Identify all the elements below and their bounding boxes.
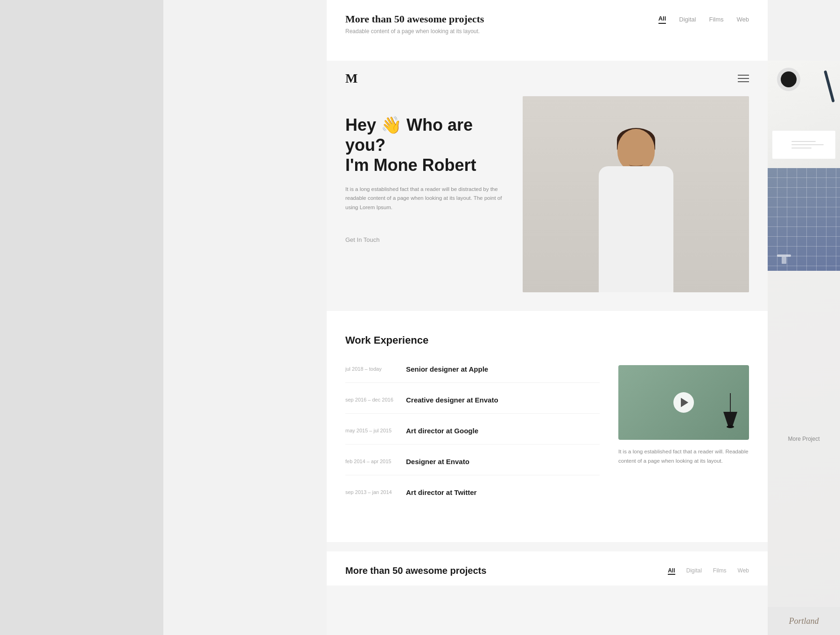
get-in-touch-link[interactable]: Get In Touch [345, 236, 379, 243]
hamburger-line-1 [738, 75, 749, 76]
top-navigation: All Digital Films Web [658, 15, 749, 24]
work-item: feb 2014 – apr 2015 Designer at Envato [345, 458, 600, 475]
work-date-5: sep 2013 – jan 2014 [345, 488, 406, 495]
top-projects-bar: More than 50 awesome projects Readable c… [327, 0, 768, 61]
hero-description: It is a long established fact that a rea… [345, 185, 509, 212]
top-projects-subtitle: Readable content of a page when looking … [345, 28, 484, 35]
more-project-text: More Project [788, 436, 819, 442]
main-content: More than 50 awesome projects Readable c… [163, 0, 840, 635]
bottom-projects-bar: More than 50 awesome projects All Digita… [327, 551, 768, 586]
roll-decoration [777, 68, 800, 91]
top-nav-digital[interactable]: Digital [679, 16, 696, 23]
top-nav-films[interactable]: Films [709, 16, 723, 23]
work-section-title: Work Experience [345, 334, 749, 346]
bottom-projects-title: More than 50 awesome projects [345, 565, 486, 576]
hero-greeting: Hey 👋 Who are you? [345, 115, 473, 155]
work-role-3: Art director at Google [406, 427, 478, 435]
work-role-2: Creative designer at Envato [406, 396, 498, 404]
svg-rect-3 [777, 254, 791, 257]
work-section: Work Experience jul 2018 – today Senior … [327, 311, 768, 542]
pen-decoration [824, 70, 835, 102]
sidebar-image-1 [768, 61, 840, 168]
top-projects-title: More than 50 awesome projects [345, 13, 484, 25]
work-date-1: jul 2018 – today [345, 365, 406, 372]
website-frame: M Hey 👋 Who are you? I'm Mone Robert It … [327, 61, 768, 635]
top-projects-info: More than 50 awesome projects Readable c… [345, 13, 484, 35]
person-head [617, 129, 655, 171]
bottom-nav-digital[interactable]: Digital [686, 567, 702, 575]
person-figure [589, 124, 683, 292]
top-nav-all[interactable]: All [658, 15, 666, 24]
lamp-icon [719, 393, 742, 440]
sidebar-image-2 [768, 168, 840, 271]
left-background [0, 0, 163, 635]
hamburger-menu[interactable] [738, 75, 749, 82]
video-description: It is a long established fact that a rea… [618, 447, 749, 466]
work-item: sep 2016 – dec 2016 Creative designer at… [345, 396, 600, 414]
hamburger-line-3 [738, 81, 749, 82]
bottom-navigation: All Digital Films Web [668, 567, 749, 575]
right-sidebar: More Project Portland [768, 61, 840, 635]
work-list: jul 2018 – today Senior designer at Appl… [345, 365, 600, 519]
person-body [599, 166, 673, 292]
bottom-nav-films[interactable]: Films [713, 567, 727, 575]
work-role-4: Designer at Envato [406, 458, 469, 466]
more-project-overlay: More Project [768, 271, 840, 607]
hero-image [523, 96, 749, 292]
svg-marker-1 [723, 412, 737, 426]
sidebar-image-3: More Project [768, 271, 840, 607]
work-item: jul 2018 – today Senior designer at Appl… [345, 365, 600, 383]
top-nav-web[interactable]: Web [737, 16, 749, 23]
page-wrapper: More than 50 awesome projects Readable c… [0, 0, 840, 635]
site-header: M [327, 61, 768, 96]
bottom-nav-all[interactable]: All [668, 567, 675, 575]
portland-section: Portland [768, 607, 840, 635]
work-video: It is a long established fact that a rea… [618, 365, 749, 519]
work-date-4: feb 2014 – apr 2015 [345, 458, 406, 464]
work-layout: jul 2018 – today Senior designer at Appl… [345, 365, 749, 519]
hero-person-image [523, 96, 749, 292]
work-role-1: Senior designer at Apple [406, 365, 488, 373]
play-icon [681, 398, 688, 407]
hero-name: I'm Mone Robert [345, 155, 476, 175]
portland-label: Portland [789, 616, 819, 626]
video-thumbnail[interactable] [618, 365, 749, 440]
hamburger-line-2 [738, 78, 749, 79]
work-date-3: may 2015 – jul 2015 [345, 427, 406, 433]
faucet-icon [775, 245, 793, 264]
play-button[interactable] [673, 392, 694, 413]
work-date-2: sep 2016 – dec 2016 [345, 396, 406, 402]
hero-left: Hey 👋 Who are you? I'm Mone Robert It is… [345, 96, 523, 292]
work-item: sep 2013 – jan 2014 Art director at Twit… [345, 488, 600, 506]
notebook-decoration [772, 131, 835, 159]
work-item: may 2015 – jul 2015 Art director at Goog… [345, 427, 600, 444]
work-role-5: Art director at Twitter [406, 488, 476, 496]
svg-rect-4 [782, 257, 786, 264]
bottom-nav-web[interactable]: Web [738, 567, 749, 575]
hero-section: Hey 👋 Who are you? I'm Mone Robert It is… [327, 96, 768, 311]
site-logo: M [345, 71, 357, 86]
svg-point-2 [727, 425, 734, 428]
hero-title: Hey 👋 Who are you? I'm Mone Robert [345, 115, 509, 176]
